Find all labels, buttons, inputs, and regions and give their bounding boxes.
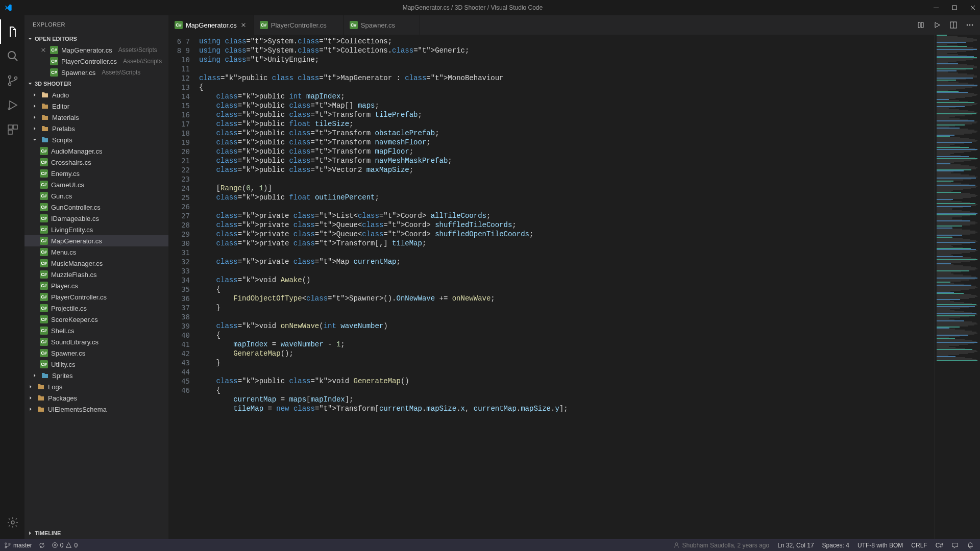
activity-scm[interactable] — [0, 68, 24, 93]
bell-icon[interactable] — [967, 542, 974, 549]
maximize-icon[interactable] — [951, 5, 958, 11]
tree-folder[interactable]: Materials — [24, 112, 168, 123]
window-title: MapGenerator.cs / 3D Shooter / Visual St… — [403, 4, 543, 11]
svg-point-19 — [675, 543, 678, 545]
svg-point-3 — [9, 76, 11, 79]
tree-folder[interactable]: Logs — [24, 381, 168, 392]
tree-file[interactable]: C#Crosshairs.cs — [24, 157, 168, 168]
tree-file[interactable]: C#Utility.cs — [24, 359, 168, 370]
chevron-down-icon — [27, 80, 34, 87]
status-sync[interactable] — [38, 542, 45, 549]
chevron-right-icon — [28, 395, 34, 401]
status-eol[interactable]: CRLF — [911, 542, 927, 549]
svg-point-10 — [11, 521, 14, 524]
status-cursor[interactable]: Ln 32, Col 17 — [777, 542, 814, 549]
tree-file[interactable]: C#Shell.cs — [24, 325, 168, 336]
feedback-icon[interactable] — [951, 542, 959, 549]
search-icon — [7, 50, 19, 62]
open-editors-list: C#MapGenerator.csAssets\ScriptsC#PlayerC… — [24, 44, 168, 78]
tree-folder[interactable]: Audio — [24, 89, 168, 101]
activity-extensions[interactable] — [0, 117, 24, 142]
code-area[interactable]: 6 7 8 9 10 11 12 13 14 15 16 17 18 19 20… — [168, 35, 980, 539]
open-editor-item[interactable]: C#MapGenerator.csAssets\Scripts — [24, 44, 168, 56]
svg-rect-0 — [934, 8, 939, 8]
activity-explorer[interactable] — [0, 19, 24, 44]
project-header[interactable]: 3D SHOOTER — [24, 78, 168, 89]
chevron-right-icon — [28, 406, 34, 412]
tree-file[interactable]: C#Projectile.cs — [24, 303, 168, 314]
tree-file[interactable]: C#MusicManager.cs — [24, 258, 168, 269]
sync-icon — [38, 542, 45, 549]
chevron-right-icon — [32, 372, 38, 379]
editor-tab[interactable]: C#MapGenerator.cs — [168, 15, 254, 35]
csharp-icon: C# — [50, 57, 58, 65]
tree-file[interactable]: C#Enemy.cs — [24, 168, 168, 179]
timeline-header[interactable]: TIMELINE — [24, 528, 168, 539]
close-icon[interactable] — [40, 46, 47, 54]
csharp-icon: C# — [40, 248, 48, 256]
split-icon[interactable] — [949, 21, 958, 29]
chevron-down-icon — [32, 137, 38, 143]
more-icon[interactable] — [966, 21, 974, 29]
status-encoding[interactable]: UTF-8 with BOM — [857, 542, 903, 549]
gutter: 6 7 8 9 10 11 12 13 14 15 16 17 18 19 20… — [168, 35, 199, 539]
tree-file[interactable]: C#PlayerController.cs — [24, 291, 168, 303]
tree-file[interactable]: C#GunController.cs — [24, 202, 168, 213]
tree-file[interactable]: C#GameUI.cs — [24, 179, 168, 190]
tree-folder[interactable]: UIElementsSchema — [24, 404, 168, 415]
tree-folder[interactable]: Sprites — [24, 370, 168, 381]
editor-tab[interactable]: C#PlayerController.cs — [254, 15, 344, 35]
chevron-down-icon — [27, 35, 34, 42]
tree-file[interactable]: C#Menu.cs — [24, 246, 168, 258]
editor-tab[interactable]: C#Spawner.cs — [344, 15, 420, 35]
extensions-icon — [7, 123, 19, 136]
activity-debug[interactable] — [0, 93, 24, 117]
tree-file[interactable]: C#LivingEntity.cs — [24, 224, 168, 235]
git-blame[interactable]: Shubham Saudolla, 2 years ago — [673, 542, 769, 549]
status-spaces[interactable]: Spaces: 4 — [822, 542, 849, 549]
svg-point-4 — [9, 83, 11, 86]
activity-bar — [0, 15, 24, 539]
csharp-icon: C# — [40, 237, 48, 245]
code-content[interactable]: using class="t">System.class="t">Collect… — [199, 35, 934, 539]
person-icon — [673, 542, 680, 548]
open-editor-item[interactable]: C#Spawner.csAssets\Scripts — [24, 67, 168, 78]
status-problems[interactable]: 0 0 — [52, 542, 78, 549]
tree-file[interactable]: C#ScoreKeeper.cs — [24, 314, 168, 325]
close-icon[interactable] — [970, 5, 976, 11]
tree-file[interactable]: C#IDamageable.cs — [24, 213, 168, 224]
open-editor-item[interactable]: C#PlayerController.csAssets\Scripts — [24, 56, 168, 67]
branch-icon — [4, 542, 11, 549]
activity-search[interactable] — [0, 44, 24, 68]
csharp-icon: C# — [40, 259, 48, 267]
chevron-right-icon — [27, 530, 34, 537]
folder-icon — [41, 113, 49, 121]
tree-folder[interactable]: Scripts — [24, 134, 168, 145]
tree-folder[interactable]: Packages — [24, 392, 168, 404]
chevron-right-icon — [28, 384, 34, 390]
status-lang[interactable]: C# — [936, 542, 943, 549]
tree-folder[interactable]: Prefabs — [24, 123, 168, 134]
close-icon[interactable] — [240, 21, 247, 29]
csharp-icon: C# — [50, 46, 58, 54]
activity-settings[interactable] — [0, 510, 24, 535]
tree-file[interactable]: C#Player.cs — [24, 280, 168, 291]
minimize-icon[interactable] — [933, 5, 939, 11]
error-icon — [52, 542, 58, 548]
tree-file[interactable]: C#Gun.cs — [24, 190, 168, 202]
tree-file[interactable]: C#MuzzleFlash.cs — [24, 269, 168, 280]
gear-icon — [7, 516, 19, 529]
status-branch[interactable]: master — [4, 542, 32, 549]
csharp-icon: C# — [40, 327, 48, 335]
tree-file[interactable]: C#MapGenerator.cs — [24, 235, 168, 246]
svg-rect-9 — [8, 130, 12, 134]
compare-icon[interactable] — [917, 21, 925, 29]
tree-file[interactable]: C#AudioManager.cs — [24, 145, 168, 157]
tree-file[interactable]: C#SoundLibrary.cs — [24, 336, 168, 347]
tree-folder[interactable]: Editor — [24, 101, 168, 112]
open-editors-header[interactable]: OPEN EDITORS — [24, 33, 168, 44]
run-icon[interactable] — [933, 21, 941, 29]
tree-file[interactable]: C#Spawner.cs — [24, 347, 168, 359]
minimap[interactable] — [934, 35, 980, 539]
svg-point-14 — [972, 24, 973, 26]
